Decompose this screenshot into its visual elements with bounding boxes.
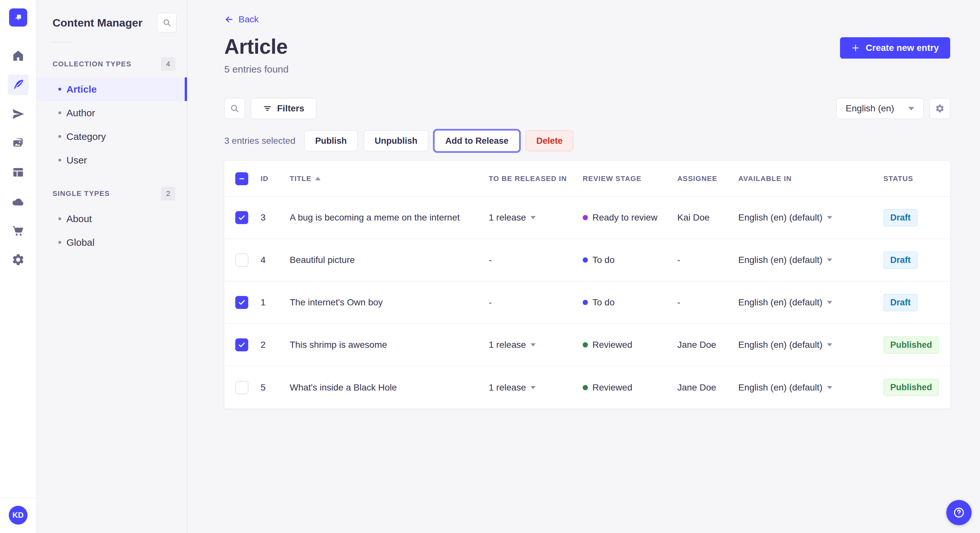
table-row[interactable]: 4Beautiful picture-To do-English (en) (d… bbox=[224, 239, 950, 281]
media-library-icon[interactable] bbox=[8, 133, 29, 154]
release-dropdown[interactable]: 1 release bbox=[489, 339, 583, 350]
status-cell: Draft bbox=[883, 209, 939, 226]
locale-dropdown[interactable]: English (en) (default) bbox=[738, 297, 883, 308]
section-count-badge: 4 bbox=[161, 57, 175, 71]
locale-dropdown[interactable]: English (en) (default) bbox=[738, 213, 883, 223]
row-checkbox[interactable] bbox=[235, 381, 248, 394]
bullet-icon bbox=[58, 159, 61, 162]
nav-footer: KD bbox=[0, 498, 36, 533]
locale-dropdown[interactable]: English (en) (default) bbox=[738, 255, 883, 265]
column-header-available-in[interactable]: AVAILABLE IN bbox=[738, 174, 883, 183]
table-body: 3A bug is becoming a meme on the interne… bbox=[224, 197, 950, 409]
row-checkbox[interactable] bbox=[235, 296, 248, 309]
review-stage-cell: Ready to review bbox=[583, 213, 677, 223]
table-row[interactable]: 2This shrimp is awesome1 releaseReviewed… bbox=[224, 324, 950, 366]
strapi-logo[interactable] bbox=[9, 8, 27, 27]
review-stage-cell: Reviewed bbox=[583, 339, 677, 350]
sidebar-item-category[interactable]: Category bbox=[36, 125, 187, 148]
delete-button[interactable]: Delete bbox=[526, 130, 573, 151]
release-cell: - bbox=[489, 255, 583, 265]
select-all-checkbox[interactable] bbox=[235, 172, 248, 185]
title-cell: What's inside a Black Hole bbox=[290, 382, 489, 393]
main-content: Back Article Create new entry 5 entries … bbox=[187, 0, 980, 533]
unpublish-button[interactable]: Unpublish bbox=[364, 130, 428, 151]
deploy-cloud-icon[interactable] bbox=[8, 191, 29, 212]
sidebar-search-button[interactable] bbox=[157, 13, 177, 32]
review-stage-cell: Reviewed bbox=[583, 382, 677, 393]
status-badge: Draft bbox=[883, 252, 918, 269]
view-settings-button[interactable] bbox=[929, 98, 950, 119]
column-header-review-stage[interactable]: REVIEW STAGE bbox=[583, 174, 677, 183]
row-checkbox[interactable] bbox=[235, 338, 248, 351]
check-icon bbox=[237, 298, 246, 307]
section-label: SINGLE TYPES bbox=[52, 189, 110, 198]
sidebar-section: SINGLE TYPES2AboutGlobal bbox=[36, 187, 187, 254]
stage-dot-icon bbox=[583, 385, 588, 390]
check-icon bbox=[237, 213, 246, 222]
search-icon bbox=[162, 18, 172, 27]
search-button[interactable] bbox=[224, 98, 245, 119]
sidebar-item-global[interactable]: Global bbox=[36, 230, 187, 254]
sidebar-item-about[interactable]: About bbox=[36, 207, 187, 230]
column-header-assignee[interactable]: ASSIGNEE bbox=[677, 174, 738, 183]
sidebar-item-label: Article bbox=[67, 84, 97, 95]
sidebar-item-label: About bbox=[67, 213, 92, 224]
column-header-title[interactable]: TITLE bbox=[290, 174, 489, 183]
publish-button[interactable]: Publish bbox=[304, 130, 358, 151]
chevron-down-icon bbox=[827, 216, 832, 219]
status-cell: Published bbox=[883, 336, 939, 354]
release-dropdown[interactable]: 1 release bbox=[489, 213, 583, 223]
locale-dropdown[interactable]: English (en) (default) bbox=[738, 382, 883, 393]
filter-icon bbox=[263, 104, 272, 113]
review-stage-cell: To do bbox=[583, 297, 677, 308]
chevron-down-icon bbox=[530, 216, 536, 219]
locale-dropdown[interactable]: English (en) (default) bbox=[738, 339, 883, 350]
gear-icon bbox=[935, 104, 945, 113]
locale-select[interactable]: English (en) bbox=[837, 98, 924, 119]
sidebar-item-article[interactable]: Article bbox=[36, 78, 187, 101]
settings-icon[interactable] bbox=[8, 249, 29, 270]
title-cell: Beautiful picture bbox=[290, 255, 489, 265]
plus-icon bbox=[851, 44, 860, 52]
chevron-down-icon bbox=[827, 301, 832, 304]
release-dropdown[interactable]: 1 release bbox=[489, 382, 583, 393]
column-header-status[interactable]: STATUS bbox=[883, 174, 939, 183]
app-window: KD Content Manager COLLECTION TYPES4Arti… bbox=[0, 0, 980, 533]
user-avatar[interactable]: KD bbox=[9, 506, 27, 525]
sidebar-title: Content Manager bbox=[52, 16, 143, 29]
status-cell: Published bbox=[883, 379, 939, 396]
table-row[interactable]: 5What's inside a Black Hole1 releaseRevi… bbox=[224, 366, 950, 409]
column-header-id[interactable]: ID bbox=[261, 174, 290, 183]
selection-count: 3 entries selected bbox=[224, 136, 295, 146]
section-count-badge: 2 bbox=[161, 187, 175, 200]
selection-bar: 3 entries selected Publish Unpublish Add… bbox=[224, 130, 950, 151]
toolbar: Filters English (en) bbox=[224, 98, 950, 119]
id-cell: 5 bbox=[261, 382, 290, 393]
back-link[interactable]: Back bbox=[224, 14, 259, 25]
sidebar-item-user[interactable]: User bbox=[36, 148, 187, 172]
marketplace-icon[interactable] bbox=[8, 220, 29, 241]
column-header-to-be-released-in[interactable]: TO BE RELEASED IN bbox=[489, 174, 583, 183]
sidebar-sections: COLLECTION TYPES4ArticleAuthorCategoryUs… bbox=[36, 57, 187, 254]
row-checkbox[interactable] bbox=[235, 211, 248, 224]
releases-icon[interactable] bbox=[8, 104, 29, 124]
table-row[interactable]: 3A bug is becoming a meme on the interne… bbox=[224, 197, 950, 239]
assignee-cell: - bbox=[677, 297, 738, 308]
id-cell: 4 bbox=[261, 255, 290, 265]
row-checkbox[interactable] bbox=[235, 254, 248, 266]
sidebar-item-author[interactable]: Author bbox=[36, 101, 187, 125]
table-row[interactable]: 1The internet's Own boy-To do-English (e… bbox=[224, 281, 950, 324]
filters-button[interactable]: Filters bbox=[251, 98, 316, 119]
home-icon[interactable] bbox=[8, 45, 29, 66]
add-to-release-button[interactable]: Add to Release bbox=[434, 130, 519, 151]
content-manager-icon[interactable] bbox=[8, 75, 29, 95]
create-new-entry-button[interactable]: Create new entry bbox=[840, 37, 950, 59]
chevron-down-icon bbox=[530, 343, 536, 346]
bullet-icon bbox=[58, 111, 61, 114]
content-type-builder-icon[interactable] bbox=[8, 162, 29, 182]
chevron-down-icon bbox=[908, 107, 914, 110]
help-button[interactable] bbox=[946, 500, 972, 525]
sidebar-item-label: Global bbox=[67, 237, 95, 248]
entries-count: 5 entries found bbox=[224, 64, 950, 75]
status-badge: Published bbox=[883, 336, 939, 354]
